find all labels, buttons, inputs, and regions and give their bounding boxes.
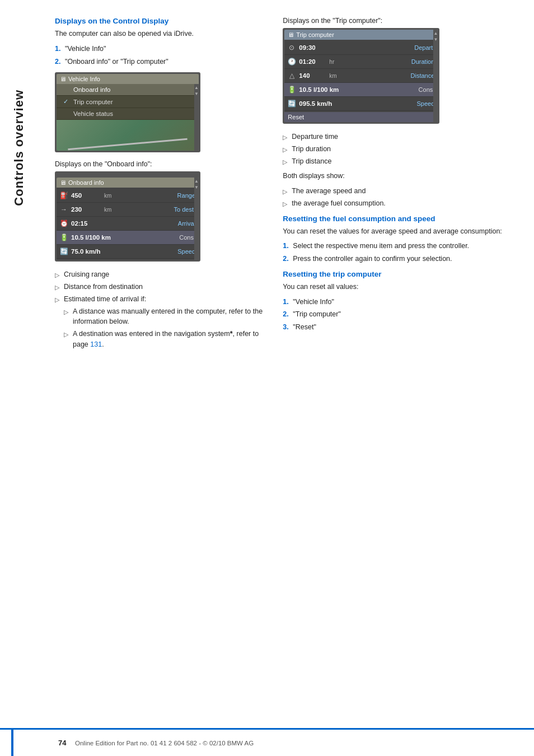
bullet-avg-fuel: ▷ the average fuel consumption. xyxy=(283,198,517,209)
open-step-2: 2. "Onboard info" or "Trip computer" xyxy=(55,57,266,67)
page-link-131[interactable]: 131 xyxy=(90,340,102,348)
reset-fuel-steps: 1. Select the respective menu item and p… xyxy=(283,241,517,264)
tc-label-cons: Cons. xyxy=(419,86,435,93)
ob-row-todest: → 230 km To dest. xyxy=(57,203,199,217)
vehicle-info-screen-wrap: 🖥 Vehicle Info Onboard info ✓ Trip compu… xyxy=(55,72,200,152)
ob-label-arrival: Arrival xyxy=(178,220,195,227)
tc-reset-button[interactable]: Reset xyxy=(288,114,304,120)
ob-icon-todest: → xyxy=(59,204,69,214)
ob-title-bar: 🖥 Onboard info xyxy=(57,178,199,188)
bullet-eta-manual: ▷ A distance was manually entered in the… xyxy=(64,306,266,328)
bullet-distance: ▷ Distance from destination xyxy=(55,282,266,292)
ob-icon-cons: 🔋 xyxy=(59,232,69,242)
vi-menu-onboard: Onboard info xyxy=(57,84,199,96)
bullet-eta-text: Estimated time of arrival if: xyxy=(64,294,146,305)
left-column: Displays on the Control Display The comp… xyxy=(55,17,266,354)
step-text-2: "Onboard info" or "Trip computer" xyxy=(65,57,168,67)
ob-value-cons: 10.5 l/100 km xyxy=(71,234,111,241)
main-content: Displays on the Control Display The comp… xyxy=(38,0,534,388)
vehicle-info-screen: 🖥 Vehicle Info Onboard info ✓ Trip compu… xyxy=(57,74,199,151)
ob-row-range: ⛽ 450 km Range xyxy=(57,189,199,203)
arrow-avg-fuel: ▷ xyxy=(283,199,288,209)
bullet-depart: ▷ Departure time xyxy=(283,132,517,142)
onboard-screen: 🖥 Onboard info ⛽ 450 km Range xyxy=(57,178,199,260)
bullet-avg-speed: ▷ The average speed and xyxy=(283,186,517,197)
ob-label-range: Range xyxy=(177,192,195,199)
ob-scroll-down: ▼ xyxy=(194,185,199,190)
tc-icon-speed: 🔄 xyxy=(287,99,297,109)
reset-trip-steps: 1. "Vehicle Info" 2. "Trip computer" 3. … xyxy=(283,297,517,333)
vi-title: Vehicle Info xyxy=(68,76,100,82)
tc-scroll-up: ▲ xyxy=(433,31,438,36)
ob-label-cons: Cons. xyxy=(179,234,195,241)
arrow-icon-distance: ▷ xyxy=(55,283,60,292)
ob-row-cons: 🔋 10.5 l/100 km Cons. xyxy=(57,231,199,245)
tc-unit-dist: km xyxy=(329,73,340,79)
vi-menu-status: Vehicle status xyxy=(57,108,199,120)
sidebar: Controls overview xyxy=(0,0,38,756)
ob-row-speed: 🔄 75.0 km/h Speed xyxy=(57,245,199,259)
tc-title: Trip computer xyxy=(296,31,334,38)
checkmark-icon: ✓ xyxy=(63,98,70,105)
ob-title: Onboard info xyxy=(68,179,104,186)
footer-copyright: Online Edition for Part no. 01 41 2 604 … xyxy=(69,740,254,746)
tc-value-cons: 10.5 l/100 km xyxy=(299,86,339,93)
bullet-tripdist-text: Trip distance xyxy=(292,156,331,167)
rt-num-2: 2. xyxy=(283,309,291,320)
tc-value-dist: 140 xyxy=(299,72,327,79)
rt-text-2: "Trip computer" xyxy=(293,309,341,320)
ob-icon-speed: 🔄 xyxy=(59,246,69,256)
tc-value-depart: 09:30 xyxy=(299,44,327,51)
vi-menu: Onboard info ✓ Trip computer Vehicle sta… xyxy=(57,84,199,120)
vi-map xyxy=(57,120,199,151)
arrow-duration: ▷ xyxy=(283,145,288,155)
trip-bullets: ▷ Departure time ▷ Trip duration ▷ Trip … xyxy=(283,132,517,166)
ob-label-todest: To dest. xyxy=(174,206,195,213)
open-step-1: 1. "Vehicle Info" xyxy=(55,44,266,54)
ob-scroll-up: ▲ xyxy=(194,179,199,184)
ob-unit-range: km xyxy=(104,193,115,199)
reset-trip-step-1: 1. "Vehicle Info" xyxy=(283,297,517,307)
trip-caption: Displays on the "Trip computer": xyxy=(283,17,517,25)
ob-value-range: 450 xyxy=(71,192,102,199)
arrow-icon-eta: ▷ xyxy=(55,295,60,305)
tc-value-speed: 095.5 km/h xyxy=(299,100,332,107)
tc-label-duration: Duration xyxy=(411,58,435,65)
bullet-manual-text: A distance was manually entered in the c… xyxy=(73,306,266,328)
bullet-nav-text: A destination was entered in the navigat… xyxy=(73,329,266,350)
vi-title-bar: 🖥 Vehicle Info xyxy=(57,74,199,84)
tc-icon-cons: 🔋 xyxy=(287,85,297,95)
arrow-icon-range: ▷ xyxy=(55,270,60,280)
tc-scrollbar: ▲ ▼ xyxy=(433,30,438,122)
ob-rows: ⛽ 450 km Range → 230 km To dest. xyxy=(57,188,199,260)
tc-label-depart: Depart. xyxy=(414,44,434,51)
tc-row-dist: △ 140 km Distance xyxy=(284,69,438,83)
tc-reset-bar: Reset xyxy=(284,112,438,122)
arrow-icon-manual: ▷ xyxy=(64,307,69,317)
bullet-range: ▷ Cruising range xyxy=(55,269,266,280)
tc-icon-dist: △ xyxy=(287,71,297,81)
rf-text-1: Select the respective menu item and pres… xyxy=(293,241,469,251)
bullet-eta: ▷ Estimated time of arrival if: xyxy=(55,294,266,305)
sidebar-title: Controls overview xyxy=(12,90,26,206)
rf-num-1: 1. xyxy=(283,241,291,251)
asterisk: * xyxy=(230,330,233,338)
ob-icon-range: ⛽ xyxy=(59,190,69,200)
rf-text-2: Press the controller again to confirm yo… xyxy=(293,254,452,264)
two-column-layout: Displays on the Control Display The comp… xyxy=(55,17,517,354)
vi-scrollbar: ▲ ▼ xyxy=(194,84,199,151)
intro-text: The computer can also be opened via iDri… xyxy=(55,29,266,39)
tc-title-bar: 🖥 Trip computer xyxy=(284,30,438,40)
arrow-icon-nav: ▷ xyxy=(64,330,69,339)
bullet-duration-text: Trip duration xyxy=(292,144,331,155)
ob-scrollbar: ▲ ▼ xyxy=(194,178,199,260)
reset-trip-heading: Resetting the trip computer xyxy=(283,270,517,278)
rt-num-1: 1. xyxy=(283,297,291,307)
reset-fuel-step-1: 1. Select the respective menu item and p… xyxy=(283,241,517,251)
ob-unit-todest: km xyxy=(104,207,115,213)
reset-trip-step-3: 3. "Reset" xyxy=(283,322,517,333)
arrow-avg-speed: ▷ xyxy=(283,187,288,197)
both-show-label: Both displays show: xyxy=(283,171,517,181)
ob-value-speed: 75.0 km/h xyxy=(71,248,102,255)
vi-menu-onboard-label: Onboard info xyxy=(73,86,111,93)
